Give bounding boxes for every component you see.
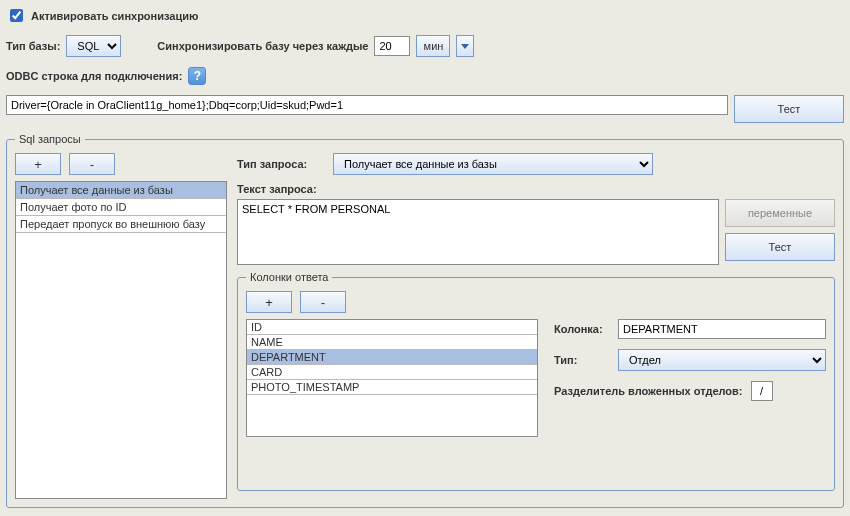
query-type-select[interactable]: Получает все данные из базы bbox=[333, 153, 653, 175]
queries-left: + - Получает все данные из базы Получает… bbox=[15, 153, 227, 499]
query-side-buttons: переменные Тест bbox=[725, 199, 835, 265]
list-item[interactable]: Получает все данные из базы bbox=[16, 182, 226, 199]
query-type-label: Тип запроса: bbox=[237, 158, 327, 170]
separator-input[interactable] bbox=[751, 381, 773, 401]
queries-btn-bar: + - bbox=[15, 153, 227, 175]
columns-listbox[interactable]: ID NAME DEPARTMENT CARD PHOTO_TIMESTAMP bbox=[246, 319, 538, 437]
column-name-input[interactable] bbox=[618, 319, 826, 339]
svg-marker-0 bbox=[461, 44, 469, 49]
query-text-textarea[interactable]: SELECT * FROM PERSONAL bbox=[237, 199, 719, 265]
sync-unit-dropdown[interactable] bbox=[456, 35, 474, 57]
query-text-row: SELECT * FROM PERSONAL переменные Тест bbox=[237, 199, 835, 265]
activate-sync-row: Активировать синхронизацию bbox=[6, 6, 844, 25]
query-type-row: Тип запроса: Получает все данные из базы bbox=[237, 153, 835, 175]
help-icon[interactable]: ? bbox=[188, 67, 206, 85]
column-item[interactable]: CARD bbox=[247, 365, 537, 380]
column-item[interactable]: ID bbox=[247, 320, 537, 335]
odbc-label: ODBC строка для подключения: bbox=[6, 70, 182, 82]
sql-queries-legend: Sql запросы bbox=[15, 133, 85, 145]
separator-row: Разделитель вложенных отделов: bbox=[554, 381, 826, 401]
queries-listbox[interactable]: Получает все данные из базы Получает фот… bbox=[15, 181, 227, 499]
test-query-button[interactable]: Тест bbox=[725, 233, 835, 261]
column-name-row: Колонка: bbox=[554, 319, 826, 339]
odbc-row: Тест bbox=[6, 95, 844, 123]
column-type-select[interactable]: Отдел bbox=[618, 349, 826, 371]
queries-body: + - Получает все данные из базы Получает… bbox=[15, 153, 835, 499]
columns-btn-bar: + - bbox=[246, 291, 826, 313]
chevron-down-icon bbox=[461, 44, 469, 49]
test-connection-button[interactable]: Тест bbox=[734, 95, 844, 123]
add-column-button[interactable]: + bbox=[246, 291, 292, 313]
db-type-row: Тип базы: SQL Синхронизировать базу чере… bbox=[6, 35, 844, 57]
db-type-select-inner[interactable]: SQL bbox=[67, 36, 120, 56]
column-item[interactable]: NAME bbox=[247, 335, 537, 350]
columns-fieldset: Колонки ответа + - ID NAME DEPARTMENT CA… bbox=[237, 271, 835, 491]
separator-label: Разделитель вложенных отделов: bbox=[554, 385, 743, 397]
query-text-label: Текст запроса: bbox=[237, 183, 835, 195]
query-type-select-inner[interactable]: Получает все данные из базы bbox=[334, 154, 652, 174]
db-type-select[interactable]: SQL bbox=[66, 35, 121, 57]
activate-sync-checkbox[interactable] bbox=[10, 9, 23, 22]
columns-left: ID NAME DEPARTMENT CARD PHOTO_TIMESTAMP bbox=[246, 319, 538, 437]
activate-sync-label: Активировать синхронизацию bbox=[31, 10, 198, 22]
db-type-label: Тип базы: bbox=[6, 40, 60, 52]
sync-unit-label: мин bbox=[416, 35, 450, 57]
column-name-label: Колонка: bbox=[554, 323, 610, 335]
column-type-label: Тип: bbox=[554, 354, 610, 366]
remove-column-button[interactable]: - bbox=[300, 291, 346, 313]
sync-interval-input[interactable] bbox=[374, 36, 410, 56]
queries-right: Тип запроса: Получает все данные из базы… bbox=[237, 153, 835, 499]
odbc-label-row: ODBC строка для подключения: ? bbox=[6, 67, 844, 85]
remove-query-button[interactable]: - bbox=[69, 153, 115, 175]
odbc-input[interactable] bbox=[6, 95, 728, 115]
variables-button: переменные bbox=[725, 199, 835, 227]
columns-right: Колонка: Тип: Отдел Раз bbox=[554, 319, 826, 437]
sync-interval-label: Синхронизировать базу через каждые bbox=[157, 40, 368, 52]
add-query-button[interactable]: + bbox=[15, 153, 61, 175]
column-item[interactable]: PHOTO_TIMESTAMP bbox=[247, 380, 537, 395]
list-item[interactable]: Получает фото по ID bbox=[16, 199, 226, 216]
columns-legend: Колонки ответа bbox=[246, 271, 332, 283]
column-item[interactable]: DEPARTMENT bbox=[247, 350, 537, 365]
column-type-row: Тип: Отдел bbox=[554, 349, 826, 371]
list-item[interactable]: Передает пропуск во внешнюю базу bbox=[16, 216, 226, 233]
columns-body: ID NAME DEPARTMENT CARD PHOTO_TIMESTAMP … bbox=[246, 319, 826, 437]
sql-queries-fieldset: Sql запросы + - Получает все данные из б… bbox=[6, 133, 844, 508]
column-type-select-inner[interactable]: Отдел bbox=[619, 350, 825, 370]
